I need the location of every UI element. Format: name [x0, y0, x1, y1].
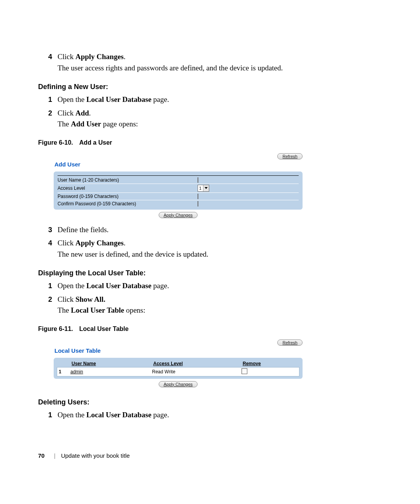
remove-checkbox[interactable]: [242, 368, 247, 374]
confirm-password-input[interactable]: [198, 201, 198, 206]
bold-text: Local User Database: [86, 411, 151, 419]
ctl: [198, 194, 252, 199]
heading-displaying-table: Displaying the Local User Table:: [38, 269, 382, 277]
step-followup: The Add User page opens:: [58, 119, 382, 130]
add-user-title: Add User: [54, 161, 303, 168]
text: The: [58, 306, 71, 314]
row-username[interactable]: admin: [70, 369, 152, 374]
apply-row: Apply Changes: [54, 381, 303, 387]
text: .: [89, 109, 91, 117]
step-number: 4: [38, 51, 58, 74]
displaying-step-2: 2 Click Show All. The Local User Table o…: [38, 294, 382, 316]
label: User Name (1-20 Characters): [58, 177, 198, 183]
table-header: User Name Access Level Remove: [57, 360, 299, 367]
bold-text: Add: [75, 109, 89, 117]
text: Open the: [58, 411, 86, 419]
row-remove: [242, 368, 298, 375]
step-text: Click Add. The Add User page opens:: [58, 108, 382, 130]
col-access: Access Level: [153, 361, 243, 366]
figure-title: Local User Table: [79, 326, 129, 332]
figure-number: Figure 6-11.: [38, 326, 73, 332]
bold-text: Local User Table: [71, 306, 124, 314]
password-input[interactable]: [198, 194, 198, 199]
text: .: [124, 239, 126, 247]
divider: [58, 175, 299, 176]
refresh-button[interactable]: Refresh: [277, 153, 303, 159]
defining-step-4: 4 Click Apply Changes. The new user is d…: [38, 238, 382, 260]
text: Open the: [58, 282, 86, 290]
username-input[interactable]: [198, 177, 198, 183]
defining-steps-cont: 3 Define the fields. 4 Click Apply Chang…: [38, 224, 382, 260]
label: Confirm Password (0-159 Characters): [58, 201, 198, 206]
step-text: Click Show All. The Local User Table ope…: [58, 294, 382, 316]
step-text: Define the fields.: [58, 224, 382, 236]
local-user-table-panel: User Name Access Level Remove 1 admin Re…: [54, 358, 303, 379]
page: 4 Click Apply Changes. The user access r…: [0, 0, 420, 504]
bold-text: Local User Database: [86, 282, 151, 290]
step-text: Open the Local User Database page.: [58, 280, 382, 292]
add-user-panel: User Name (1-20 Characters) Access Level…: [54, 172, 303, 210]
defining-step-3: 3 Define the fields.: [38, 224, 382, 236]
step-followup: The new user is defined, and the device …: [58, 249, 382, 260]
text: page opens:: [101, 120, 138, 128]
figure-title: Add a User: [79, 139, 112, 146]
deleting-steps: 1 Open the Local User Database page.: [38, 410, 382, 421]
row-index: 1: [59, 369, 70, 374]
access-level-select[interactable]: 1: [198, 185, 209, 192]
row-username: User Name (1-20 Characters): [58, 177, 299, 184]
local-user-table-screenshot: Refresh Local User Table User Name Acces…: [54, 340, 303, 387]
text: page.: [151, 411, 169, 419]
label: Password (0-159 Characters): [58, 194, 198, 199]
ctl: [198, 201, 252, 206]
bold-text: Apply Changes: [75, 239, 124, 247]
text: page.: [151, 282, 169, 290]
ctl: 1: [198, 185, 252, 192]
step-text: Open the Local User Database page.: [58, 410, 382, 421]
refresh-row: Refresh: [54, 153, 303, 159]
page-number: 70: [38, 452, 45, 459]
col-username: User Name: [72, 361, 153, 366]
step-number: 3: [38, 224, 58, 236]
text: .: [124, 52, 126, 61]
step-number: 2: [38, 294, 58, 316]
text: Click: [58, 239, 75, 247]
text: Click: [58, 109, 75, 117]
intro-steps: 4 Click Apply Changes. The user access r…: [38, 51, 382, 74]
row-access: Read Write: [152, 369, 242, 374]
row-confirm-password: Confirm Password (0-159 Characters): [58, 200, 299, 207]
step-text: Click Apply Changes. The new user is def…: [58, 238, 382, 260]
displaying-step-1: 1 Open the Local User Database page.: [38, 280, 382, 292]
bold-text: Apply Changes: [75, 52, 124, 61]
local-user-table-title: Local User Table: [54, 347, 303, 354]
step-text: Click Apply Changes. The user access rig…: [58, 51, 382, 74]
step-number: 2: [38, 108, 58, 130]
text: opens:: [124, 306, 145, 314]
figure-number: Figure 6-10.: [38, 139, 73, 146]
col-remove: Remove: [243, 361, 298, 366]
defining-steps: 1 Open the Local User Database page. 2 C…: [38, 94, 382, 130]
table-row: 1 admin Read Write: [57, 367, 299, 376]
refresh-button[interactable]: Refresh: [277, 340, 303, 346]
page-footer: 70 | Update with your book title: [38, 452, 130, 459]
defining-step-2: 2 Click Add. The Add User page opens:: [38, 108, 382, 130]
apply-changes-button[interactable]: Apply Changes: [159, 381, 198, 387]
text: page.: [151, 95, 169, 103]
step-text: Open the Local User Database page.: [58, 94, 382, 105]
text: Open the: [58, 95, 86, 103]
apply-changes-button[interactable]: Apply Changes: [159, 212, 198, 218]
step-number: 1: [38, 410, 58, 421]
bold-text: Show All.: [75, 295, 105, 303]
text: Click: [58, 295, 75, 303]
row-access-level: Access Level 1: [58, 184, 299, 193]
ctl: [198, 177, 252, 183]
heading-deleting-users: Deleting Users:: [38, 398, 382, 406]
step-number: 1: [38, 94, 58, 105]
text: Click: [58, 52, 75, 61]
step-followup: The user access rights and passwords are…: [58, 63, 382, 74]
text: The: [58, 120, 71, 128]
col-idx: [58, 361, 72, 366]
select-value: 1: [199, 186, 201, 191]
defining-step-1: 1 Open the Local User Database page.: [38, 94, 382, 105]
add-user-screenshot: Refresh Add User User Name (1-20 Charact…: [54, 153, 303, 218]
displaying-steps: 1 Open the Local User Database page. 2 C…: [38, 280, 382, 316]
